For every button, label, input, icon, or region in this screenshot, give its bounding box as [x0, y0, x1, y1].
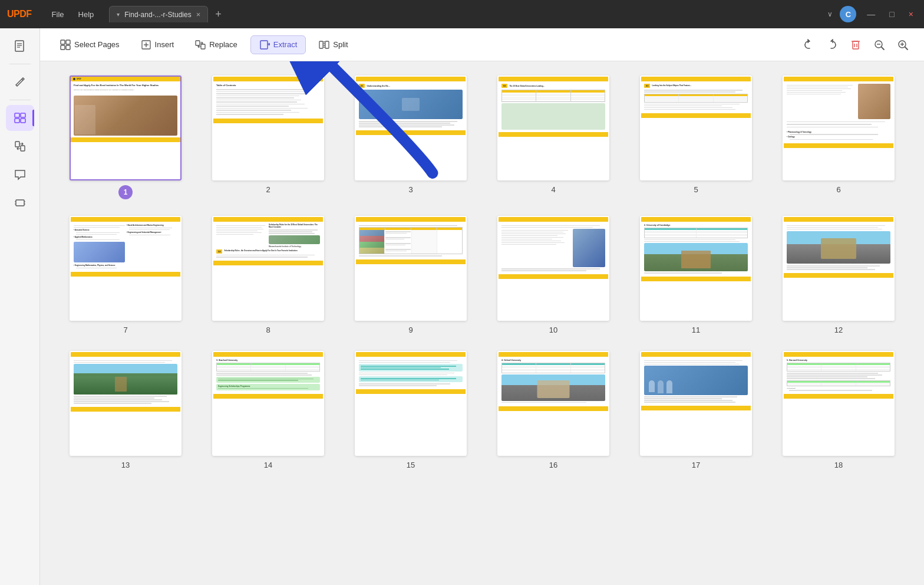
page-item-4[interactable]: 02 The 10 Best Global Universities Leadi… — [491, 75, 615, 199]
toolbar: Select Pages Insert Replace — [40, 28, 924, 61]
page-thumb-2[interactable]: Table of Contents — [212, 75, 324, 180]
replace-button[interactable]: Replace — [187, 36, 246, 54]
organize-icon[interactable] — [6, 105, 34, 131]
svg-rect-6 — [21, 113, 25, 117]
svg-rect-27 — [319, 41, 323, 48]
page-thumb-15[interactable] — [355, 351, 467, 456]
page-thumb-11[interactable]: 2. University of Cambridge — [640, 216, 752, 321]
left-sidebar — [0, 28, 40, 585]
page-thumb-3[interactable]: 01 Understanding the Ne... — [355, 75, 467, 180]
page-number-7: 7 — [123, 326, 127, 334]
page-thumb-1[interactable]: UPDF Find and Apply For the Best Institu… — [70, 75, 182, 180]
page-item-7[interactable]: • Actuarial Science • Applied Mathematic… — [64, 216, 187, 334]
page-item-3[interactable]: 01 Understanding the Ne... — [349, 75, 473, 199]
page-item-16[interactable]: 4. Oxford University — [491, 351, 615, 469]
sidebar-item-stack[interactable] — [6, 190, 34, 216]
page-number-15: 15 — [407, 461, 415, 469]
page-number-14: 14 — [264, 461, 272, 469]
rotate-right-button[interactable] — [823, 35, 842, 54]
page-item-10[interactable]: 10 — [491, 216, 615, 334]
page-thumb-16[interactable]: 4. Oxford University — [497, 351, 609, 456]
page-thumb-14[interactable]: 3. Stanford University — [212, 351, 324, 456]
menu-help[interactable]: Help — [72, 8, 100, 21]
page-thumb-5[interactable]: 03 Looking Into the Subject Majors That … — [640, 75, 752, 180]
sidebar-item-convert[interactable] — [6, 133, 34, 159]
sidebar-divider-1 — [9, 64, 31, 64]
page-item-15[interactable]: 15 — [349, 351, 473, 469]
page-item-9[interactable]: 9 — [349, 216, 473, 334]
page-item-13[interactable]: 13 — [64, 351, 187, 469]
page-item-11[interactable]: 2. University of Cambridge — [634, 216, 758, 334]
page-number-8: 8 — [266, 326, 270, 334]
page-number-11: 11 — [692, 326, 700, 334]
page-thumb-13[interactable] — [70, 351, 182, 456]
sidebar-divider-2 — [9, 100, 31, 100]
menu-file[interactable]: File — [46, 8, 70, 21]
delete-button[interactable] — [846, 35, 865, 54]
updf-logo: UPDF — [7, 9, 32, 19]
page-thumb-9[interactable] — [355, 216, 467, 321]
page-thumb-7[interactable]: • Actuarial Science • Applied Mathematic… — [70, 216, 182, 321]
page-item-5[interactable]: 03 Looking Into the Subject Majors That … — [634, 75, 758, 199]
sidebar-item-reader[interactable] — [6, 33, 34, 59]
titlebar-menu: File Help — [46, 8, 100, 21]
page-item-14[interactable]: 3. Stanford University — [206, 351, 330, 469]
page-number-16: 16 — [549, 461, 557, 469]
page-number-9: 9 — [408, 326, 412, 334]
svg-rect-28 — [325, 41, 329, 48]
zoom-in-button[interactable] — [893, 35, 912, 54]
page-item-8[interactable]: Scholarship Rules for the 10 Best Global… — [206, 216, 330, 334]
maximize-button[interactable]: □ — [886, 9, 897, 19]
page-item-6[interactable]: • Pharmacology & Toxicology • Zoology 6 — [777, 75, 900, 199]
page-thumb-10[interactable] — [497, 216, 609, 321]
sidebar-item-edit[interactable] — [6, 69, 34, 95]
svg-rect-23 — [196, 41, 200, 45]
tabs-dropdown-button[interactable]: ∨ — [827, 10, 833, 18]
svg-rect-16 — [61, 40, 65, 44]
tab-add-button[interactable]: + — [212, 8, 225, 21]
user-avatar[interactable]: C — [840, 6, 856, 22]
select-pages-button[interactable]: Select Pages — [52, 36, 128, 54]
split-button[interactable]: Split — [311, 36, 356, 54]
page-item-1[interactable]: UPDF Find and Apply For the Best Institu… — [64, 75, 187, 199]
svg-rect-18 — [61, 45, 65, 50]
sidebar-item-comment[interactable] — [6, 162, 34, 188]
active-tab[interactable]: ▾ Find-and-...-r-Studies × — [109, 6, 208, 22]
extract-button[interactable]: Extract — [250, 35, 306, 54]
active-indicator — [32, 110, 34, 126]
page-number-1: 1 — [118, 185, 133, 199]
page-thumb-12[interactable] — [783, 216, 895, 321]
content-area: Select Pages Insert Replace — [40, 28, 924, 585]
zoom-out-button[interactable] — [870, 35, 889, 54]
minimize-button[interactable]: — — [863, 9, 879, 19]
svg-rect-9 — [15, 142, 19, 147]
svg-rect-19 — [66, 45, 70, 50]
svg-line-4 — [22, 79, 23, 80]
tab-dropdown-icon[interactable]: ▾ — [117, 11, 120, 18]
tab-label: Find-and-...-r-Studies — [124, 11, 191, 19]
page-item-12[interactable]: 12 — [777, 216, 900, 334]
page-thumb-8[interactable]: Scholarship Rules for the 10 Best Global… — [212, 216, 324, 321]
page-thumb-18[interactable]: 5. Harvard University — [783, 351, 895, 456]
page-item-18[interactable]: 5. Harvard University — [777, 351, 900, 469]
titlebar-controls: ∨ C — □ × — [827, 6, 917, 22]
page-thumb-4[interactable]: 02 The 10 Best Global Universities Leadi… — [497, 75, 609, 180]
insert-button[interactable]: Insert — [133, 36, 183, 54]
svg-rect-10 — [21, 146, 25, 151]
sidebar-item-organize[interactable] — [6, 105, 34, 131]
page-grid-container[interactable]: UPDF Find and Apply For the Best Institu… — [40, 61, 924, 585]
page-thumb-17[interactable] — [640, 351, 752, 456]
rotate-left-button[interactable] — [799, 35, 818, 54]
svg-rect-5 — [15, 113, 19, 117]
close-button[interactable]: × — [905, 9, 917, 19]
page-item-2[interactable]: Table of Contents — [206, 75, 330, 199]
page-number-10: 10 — [549, 326, 557, 334]
page-thumb-6[interactable]: • Pharmacology & Toxicology • Zoology — [783, 75, 895, 180]
svg-line-39 — [905, 47, 908, 50]
tab-close-icon[interactable]: × — [196, 10, 201, 19]
page-number-13: 13 — [121, 461, 130, 469]
titlebar: UPDF File Help ▾ Find-and-...-r-Studies … — [0, 0, 924, 28]
reader-icon[interactable] — [6, 33, 34, 59]
page-number-3: 3 — [408, 185, 412, 194]
page-item-17[interactable]: 17 — [634, 351, 758, 469]
